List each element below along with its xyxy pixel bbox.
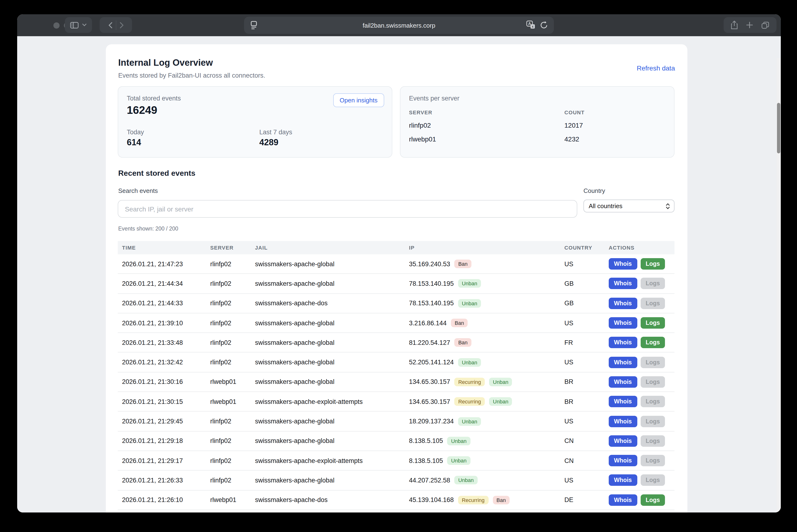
stats-row: Total stored events 16249 Open insights …: [118, 86, 674, 158]
ip-address: 134.65.30.157: [409, 378, 450, 385]
logs-button[interactable]: Logs: [640, 298, 665, 309]
logs-button[interactable]: Logs: [640, 317, 665, 329]
logs-button[interactable]: Logs: [640, 435, 665, 447]
back-icon[interactable]: [108, 22, 112, 28]
whois-button[interactable]: Whois: [609, 278, 637, 289]
whois-button[interactable]: Whois: [609, 416, 637, 427]
cell-country: DE: [564, 496, 609, 504]
search-events-label: Search events: [118, 187, 158, 194]
cell-actions: WhoisLogs: [609, 494, 674, 506]
share-icon[interactable]: [731, 20, 738, 30]
cell-country: BR: [564, 398, 609, 405]
cell-jail: swissmakers-apache-global: [255, 319, 409, 326]
whois-button[interactable]: Whois: [609, 317, 637, 329]
logs-button[interactable]: Logs: [640, 396, 665, 407]
logs-button[interactable]: Logs: [640, 258, 665, 270]
cell-server: rlinfp02: [210, 280, 255, 287]
total-events-card: Total stored events 16249 Open insights …: [118, 86, 392, 158]
cell-jail: swissmakers-apache-global: [255, 260, 409, 267]
cell-time: 2026.01.21, 21:30:15: [118, 398, 210, 405]
cell-country: US: [564, 359, 609, 366]
sidebar-icon: [70, 22, 79, 28]
whois-button[interactable]: Whois: [609, 337, 637, 348]
cell-time: 2026.01.21, 21:26:33: [118, 477, 210, 484]
whois-button[interactable]: Whois: [609, 455, 637, 466]
search-input[interactable]: [118, 200, 577, 218]
events-table: TIMESERVERJAILIPCOUNTRYACTIONS 2026.01.2…: [118, 241, 674, 510]
cell-jail: swissmakers-apache-exploit-attempts: [255, 398, 409, 405]
cell-ip: 8.138.5.105Unban: [409, 437, 564, 445]
screenshot-stage: fail2ban.swissmakers.corp Ax: [0, 0, 797, 532]
forward-icon[interactable]: [120, 22, 124, 28]
ban-badge: Ban: [493, 496, 510, 504]
scrollbar-track[interactable]: [777, 58, 781, 512]
ip-address: 45.139.104.168: [409, 496, 454, 504]
logs-button[interactable]: Logs: [640, 278, 665, 289]
cell-jail: swissmakers-apache-exploit-attempts: [255, 457, 409, 464]
whois-button[interactable]: Whois: [609, 396, 637, 407]
address-bar[interactable]: fail2ban.swissmakers.corp Ax: [244, 17, 554, 34]
events-per-server-card: Events per server SERVER COUNT rlinfp021…: [400, 86, 674, 158]
whois-button[interactable]: Whois: [609, 258, 637, 270]
cell-actions: WhoisLogs: [609, 298, 674, 309]
logs-button[interactable]: Logs: [640, 357, 665, 368]
last7-label: Last 7 days: [259, 129, 292, 136]
table-row: 2026.01.21, 21:30:15rlwebp01swissmakers-…: [118, 392, 674, 412]
ban-badge: Ban: [454, 338, 471, 347]
cell-time: 2026.01.21, 21:26:10: [118, 496, 210, 504]
cell-time: 2026.01.21, 21:44:34: [118, 280, 210, 287]
refresh-data-link[interactable]: Refresh data: [637, 64, 675, 72]
cell-ip: 52.205.141.124Unban: [409, 358, 564, 366]
select-updown-icon: [666, 203, 670, 210]
whois-button[interactable]: Whois: [609, 435, 637, 447]
new-tab-icon[interactable]: [746, 21, 753, 28]
unban-badge: Unban: [458, 417, 481, 425]
translate-icon[interactable]: Ax: [526, 20, 535, 30]
logs-button[interactable]: Logs: [640, 475, 665, 486]
cell-jail: swissmakers-apache-global: [255, 437, 409, 444]
logs-button[interactable]: Logs: [640, 337, 665, 348]
cell-jail: swissmakers-apache-dos: [255, 496, 409, 504]
cell-server: rlwebp01: [210, 378, 255, 385]
cell-ip: 3.216.86.144Ban: [409, 319, 564, 327]
whois-button[interactable]: Whois: [609, 475, 637, 486]
cell-country: CN: [564, 437, 609, 444]
cell-server: rlinfp02: [210, 359, 255, 366]
cell-ip: 44.207.252.58Unban: [409, 476, 564, 484]
whois-button[interactable]: Whois: [609, 357, 637, 368]
cell-actions: WhoisLogs: [609, 435, 674, 447]
cell-server: rlwebp01: [210, 496, 255, 504]
cell-ip: 45.139.104.168RecurringBan: [409, 496, 564, 504]
logs-button[interactable]: Logs: [640, 455, 665, 466]
whois-button[interactable]: Whois: [609, 298, 637, 309]
logs-button[interactable]: Logs: [640, 494, 665, 506]
per-server-row: rlwebp014232: [409, 135, 666, 143]
logs-button[interactable]: Logs: [640, 416, 665, 427]
scrollbar-thumb[interactable]: [777, 103, 780, 153]
window-close-button[interactable]: [53, 22, 59, 28]
country-select[interactable]: All countries: [583, 200, 674, 212]
url-text[interactable]: fail2ban.swissmakers.corp: [244, 22, 554, 29]
tab-overview-icon[interactable]: [761, 21, 769, 29]
cell-country: BR: [564, 378, 609, 385]
whois-button[interactable]: Whois: [609, 376, 637, 388]
cell-actions: WhoisLogs: [609, 278, 674, 289]
column-header-actions: ACTIONS: [609, 245, 674, 250]
cell-server: rlinfp02: [210, 457, 255, 464]
table-row: 2026.01.21, 21:29:18rlinfp02swissmakers-…: [118, 431, 674, 451]
ip-address: 134.65.30.157: [409, 398, 450, 405]
ip-address: 44.207.252.58: [409, 477, 450, 484]
whois-button[interactable]: Whois: [609, 494, 637, 506]
table-header-row: TIMESERVERJAILIPCOUNTRYACTIONS: [118, 241, 674, 254]
logs-button[interactable]: Logs: [640, 376, 665, 388]
cell-country: GB: [564, 280, 609, 287]
reload-icon[interactable]: [540, 20, 548, 30]
sidebar-toggle-button[interactable]: [65, 17, 92, 33]
ip-address: 8.138.5.105: [409, 457, 443, 464]
open-insights-button[interactable]: Open insights: [333, 93, 384, 107]
unban-badge: Unban: [489, 378, 512, 386]
cell-server: rlinfp02: [210, 319, 255, 326]
cell-time: 2026.01.21, 21:29:17: [118, 457, 210, 464]
cell-server: rlinfp02: [210, 437, 255, 444]
cell-jail: swissmakers-apache-global: [255, 359, 409, 366]
